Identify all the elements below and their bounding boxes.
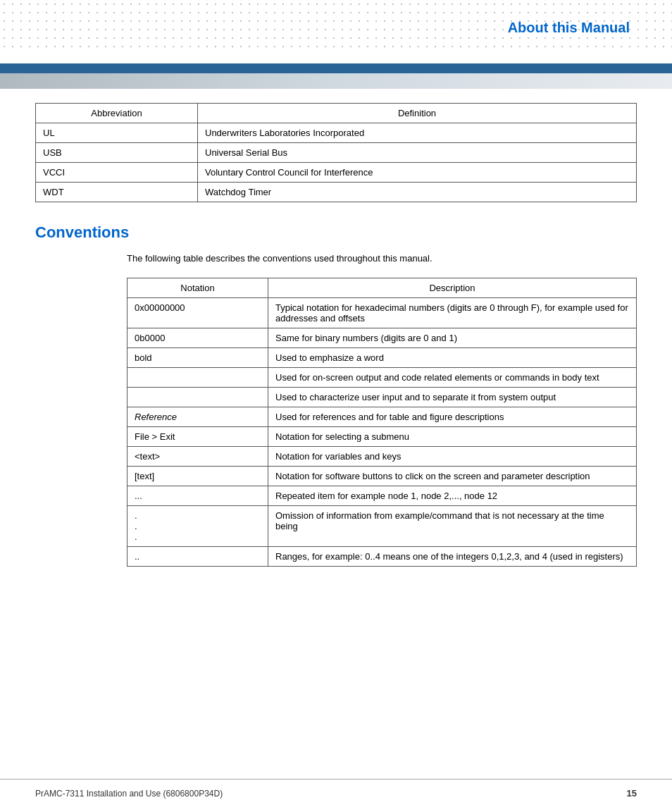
table-row: Used to characterize user input and to s…: [127, 388, 637, 407]
conventions-table: Notation Description 0x00000000Typical n…: [127, 278, 637, 567]
notation-cell: Reference: [127, 407, 268, 427]
col-description: Description: [268, 278, 637, 298]
table-row: USBUniversal Serial Bus: [36, 143, 637, 163]
table-header-row: Abbreviation Definition: [36, 104, 637, 123]
notation-cell: bold: [127, 348, 268, 368]
col-definition: Definition: [198, 104, 637, 123]
table-cell: UL: [36, 123, 198, 143]
table-cell: VCCI: [36, 163, 198, 183]
notation-cell: [text]: [127, 467, 268, 486]
table-row: VCCIVoluntary Control Council for Interf…: [36, 163, 637, 183]
table-row: ...Omission of information from example/…: [127, 506, 637, 547]
table-row: ...Repeated item for example node 1, nod…: [127, 486, 637, 506]
table-row: ULUnderwriters Laboratories Incorporated: [36, 123, 637, 143]
description-cell: Typical notation for hexadecimal numbers…: [268, 298, 637, 328]
description-cell: Used for on-screen output and code relat…: [268, 368, 637, 388]
footer: PrAMC-7311 Installation and Use (6806800…: [0, 779, 672, 807]
notation-cell: ...: [127, 506, 268, 547]
table-cell: Voluntary Control Council for Interferen…: [198, 163, 637, 183]
notation-cell: File > Exit: [127, 427, 268, 447]
notation-cell: ..: [127, 547, 268, 567]
footer-left-text: PrAMC-7311 Installation and Use (6806800…: [35, 789, 223, 799]
header: About this Manual: [0, 0, 672, 63]
description-cell: Notation for selecting a submenu: [268, 427, 637, 447]
description-cell: Used to characterize user input and to s…: [268, 388, 637, 407]
abbreviations-table: Abbreviation Definition ULUnderwriters L…: [35, 103, 637, 202]
main-content: Abbreviation Definition ULUnderwriters L…: [0, 89, 672, 626]
description-cell: Ranges, for example: 0..4 means one of t…: [268, 547, 637, 567]
blue-accent-bar: [0, 63, 672, 73]
notation-cell: 0b0000: [127, 328, 268, 348]
notation-cell: [127, 368, 268, 388]
table-row: ReferenceUsed for references and for tab…: [127, 407, 637, 427]
table-cell: WDT: [36, 183, 198, 202]
table-row: <text>Notation for variables and keys: [127, 447, 637, 467]
col-abbreviation: Abbreviation: [36, 104, 198, 123]
description-cell: Repeated item for example node 1, node 2…: [268, 486, 637, 506]
table-cell: Watchdog Timer: [198, 183, 637, 202]
description-cell: Notation for variables and keys: [268, 447, 637, 467]
conv-header-row: Notation Description: [127, 278, 637, 298]
table-row: WDTWatchdog Timer: [36, 183, 637, 202]
table-cell: USB: [36, 143, 198, 163]
description-cell: Used for references and for table and fi…: [268, 407, 637, 427]
table-row: 0x00000000Typical notation for hexadecim…: [127, 298, 637, 328]
table-cell: Underwriters Laboratories Incorporated: [198, 123, 637, 143]
table-row: Used for on-screen output and code relat…: [127, 368, 637, 388]
table-row: ..Ranges, for example: 0..4 means one of…: [127, 547, 637, 567]
page-title: About this Manual: [508, 20, 630, 36]
table-cell: Universal Serial Bus: [198, 143, 637, 163]
footer-page-number: 15: [627, 788, 637, 799]
table-row: boldUsed to emphasize a word: [127, 348, 637, 368]
col-notation: Notation: [127, 278, 268, 298]
notation-cell: 0x00000000: [127, 298, 268, 328]
notation-cell: [127, 388, 268, 407]
description-cell: Same for binary numbers (digits are 0 an…: [268, 328, 637, 348]
conventions-intro: The following table describes the conven…: [127, 253, 637, 264]
gray-decorative-bar: [0, 73, 672, 89]
notation-cell: ...: [127, 486, 268, 506]
conventions-heading: Conventions: [35, 223, 637, 242]
table-row: File > ExitNotation for selecting a subm…: [127, 427, 637, 447]
table-row: 0b0000Same for binary numbers (digits ar…: [127, 328, 637, 348]
description-cell: Used to emphasize a word: [268, 348, 637, 368]
table-row: [text]Notation for software buttons to c…: [127, 467, 637, 486]
description-cell: Omission of information from example/com…: [268, 506, 637, 547]
description-cell: Notation for software buttons to click o…: [268, 467, 637, 486]
notation-cell: <text>: [127, 447, 268, 467]
